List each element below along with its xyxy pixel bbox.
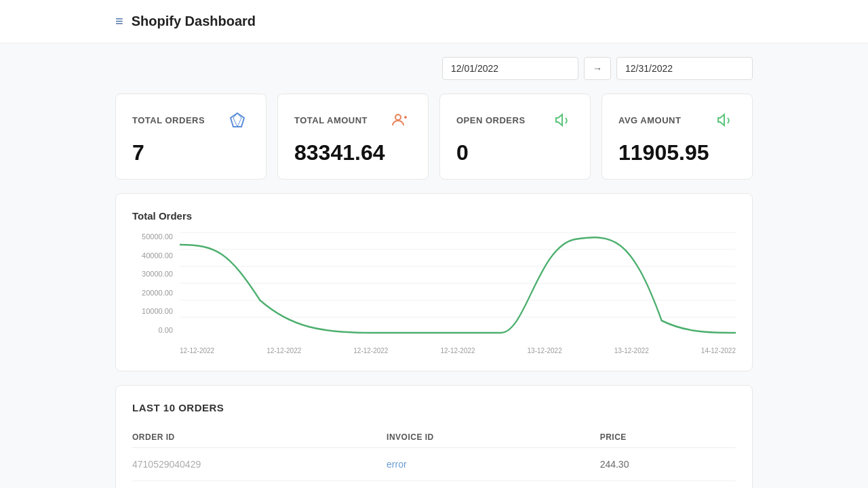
stat-card-total-amount: TOTAL AMOUNT 83341.64: [277, 94, 429, 180]
y-axis-label: 10000.00: [132, 307, 173, 315]
order-id-cell: 4709365514285: [132, 481, 373, 489]
table-header: ORDER IDINVOICE IDPRICE: [132, 427, 736, 448]
header: ≡ Shopify Dashboard: [0, 0, 868, 43]
x-axis-label: 13-12-2022: [614, 347, 649, 354]
main-content: → TOTAL ORDERS 7 TOTAL AMOUNT 83341.64 O…: [0, 43, 868, 488]
x-axis: 12-12-202212-12-202212-12-202212-12-2022…: [180, 347, 736, 354]
stat-label: OPEN ORDERS: [456, 115, 526, 125]
menu-icon[interactable]: ≡: [115, 14, 123, 29]
chart-title: Total Orders: [132, 210, 736, 222]
stat-card-open-orders: OPEN ORDERS 0: [439, 94, 591, 180]
price-cell: 244.30: [587, 448, 736, 481]
y-axis: 50000.0040000.0030000.0020000.0010000.00…: [132, 232, 173, 334]
orders-table-card: LAST 10 ORDERS ORDER IDINVOICE IDPRICE 4…: [115, 385, 753, 488]
stat-value: 7: [132, 140, 250, 165]
invoice-id-cell: error: [373, 481, 587, 489]
date-arrow-button[interactable]: →: [584, 57, 611, 80]
date-filter: →: [115, 57, 753, 80]
chart-card: Total Orders 50000.0040000.0030000.00200…: [115, 193, 753, 371]
stat-card-total-orders: TOTAL ORDERS 7: [115, 94, 267, 180]
y-axis-label: 40000.00: [132, 251, 173, 260]
x-axis-label: 13-12-2022: [528, 347, 562, 354]
user-add-icon: [387, 108, 412, 132]
stats-grid: TOTAL ORDERS 7 TOTAL AMOUNT 83341.64 OPE…: [115, 94, 753, 180]
stat-label: TOTAL ORDERS: [132, 115, 205, 125]
table-row: 4709365514285 error 260.58: [132, 481, 736, 489]
stat-header: OPEN ORDERS: [456, 108, 574, 132]
invoice-id-cell: error: [373, 448, 587, 481]
end-date-input[interactable]: [616, 57, 753, 80]
line-chart: [180, 232, 736, 334]
megaphone2-icon: [711, 108, 736, 132]
table-title: LAST 10 ORDERS: [132, 402, 736, 413]
megaphone-icon: [549, 108, 574, 132]
stat-value: 0: [456, 140, 574, 165]
table-body: 4710529040429 error 244.30 4709365514285…: [132, 448, 736, 489]
stat-card-avg-amount: AVG AMOUNT 11905.95: [601, 94, 753, 180]
x-axis-label: 14-12-2022: [701, 347, 736, 354]
y-axis-label: 0.00: [132, 326, 173, 334]
page-title: Shopify Dashboard: [132, 14, 256, 29]
y-axis-label: 30000.00: [132, 270, 173, 278]
stat-header: TOTAL AMOUNT: [294, 108, 412, 132]
x-axis-label: 12-12-2022: [353, 347, 388, 354]
stat-label: AVG AMOUNT: [618, 115, 681, 125]
stat-value: 83341.64: [294, 140, 412, 165]
stat-header: AVG AMOUNT: [618, 108, 736, 132]
table-row: 4710529040429 error 244.30: [132, 448, 736, 481]
x-axis-label: 12-12-2022: [180, 347, 214, 354]
x-axis-label: 12-12-2022: [440, 347, 475, 354]
chart-container: 50000.0040000.0030000.0020000.0010000.00…: [132, 232, 736, 354]
x-axis-label: 12-12-2022: [267, 347, 301, 354]
table-column-header: INVOICE ID: [373, 427, 587, 448]
stat-value: 11905.95: [618, 140, 736, 165]
table-column-header: PRICE: [587, 427, 736, 448]
price-cell: 260.58: [587, 481, 736, 489]
stat-label: TOTAL AMOUNT: [294, 115, 368, 125]
stat-header: TOTAL ORDERS: [132, 108, 250, 132]
y-axis-label: 20000.00: [132, 289, 173, 297]
diamond-icon: [225, 108, 250, 132]
svg-marker-0: [231, 113, 244, 127]
svg-point-2: [395, 115, 401, 120]
y-axis-label: 50000.00: [132, 232, 173, 241]
start-date-input[interactable]: [442, 57, 578, 80]
table-column-header: ORDER ID: [132, 427, 373, 448]
order-id-cell: 4710529040429: [132, 448, 373, 481]
orders-table: ORDER IDINVOICE IDPRICE 4710529040429 er…: [132, 427, 736, 488]
chart-area: [180, 232, 736, 334]
